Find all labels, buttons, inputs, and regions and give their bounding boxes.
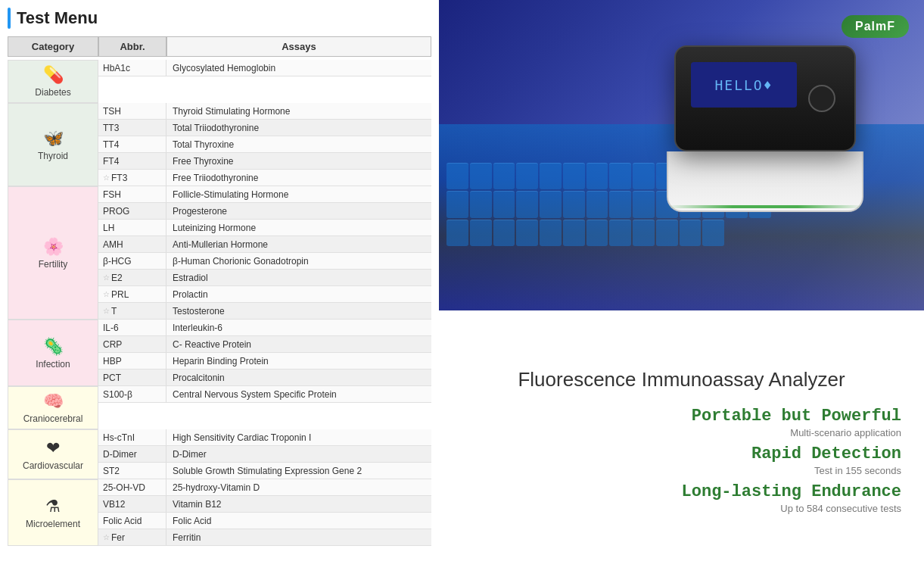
infection-rows: IL-6Interleukin-6CRPC- Reactive ProteinH… [98, 320, 431, 386]
table-row: CRPC- Reactive Protein [98, 336, 431, 353]
feature-row-portable: Portable but PowerfulMulti-scenario appl… [462, 407, 901, 438]
key [633, 220, 655, 246]
category-cell-craniocerebral: 🧠Craniocerebral [8, 386, 98, 429]
device-led [667, 205, 863, 208]
col-abbr-header: Abbr. [98, 36, 166, 57]
led-strip [667, 205, 863, 208]
abbr-cell: ☆ FT3 [98, 170, 166, 186]
star-icon: ☆ [103, 173, 110, 182]
category-cell-microelement: ⚗Microelement [8, 479, 98, 546]
abbr-cell: D-Dimer [98, 446, 166, 462]
key [493, 163, 515, 189]
assay-cell: Folic Acid [166, 513, 431, 529]
abbr-text: Fer [111, 532, 125, 543]
abbr-cell: TSH [98, 103, 166, 119]
category-section-microelement: ⚗Microelement25-OH-VD25-hydroxy-Vitamin … [8, 479, 431, 546]
assay-cell: C- Reactive Protein [166, 336, 431, 352]
feature-title-endurance: Long-lasting Endurance [462, 482, 901, 501]
abbr-header-cell: Abbr. [98, 36, 166, 57]
table-row: ☆ FerFerritin [98, 529, 431, 546]
left-panel: Test Menu Category Abbr. Assays 💊Diabete… [0, 0, 439, 577]
category-cell-cardiovascular: ❤Cardiovascular [8, 429, 98, 479]
key [609, 220, 631, 246]
abbr-cell: β-HCG [98, 253, 166, 269]
table-row: Folic AcidFolic Acid [98, 513, 431, 529]
craniocerebral-rows: S100-βCentral Nervous System Specific Pr… [98, 386, 431, 429]
assay-cell: Follicle-Stimulating Hormone [166, 186, 431, 202]
table-row: 25-OH-VD25-hydroxy-Vitamin D [98, 479, 431, 496]
assay-cell: Luteinizing Hormone [166, 220, 431, 235]
abbr-text: TT3 [103, 123, 119, 133]
assay-cell: Anti-Mullerian Hormone [166, 236, 431, 252]
assay-cell: D-Dimer [166, 446, 431, 462]
assay-cell: Total Triiodothyronine [166, 120, 431, 136]
assay-cell: 25-hydroxy-Vitamin D [166, 479, 431, 495]
table-row: TT4Total Thyroxine [98, 136, 431, 153]
diabetes-icon: 💊 [43, 65, 64, 85]
device-button [808, 85, 835, 112]
abbr-cell: ☆ T [98, 303, 166, 319]
table-row: TSHThyroid Stimulating Hormone [98, 103, 431, 120]
key [516, 163, 538, 189]
thyroid-rows: TSHThyroid Stimulating HormoneTT3Total T… [98, 103, 431, 186]
key [540, 163, 562, 189]
key [446, 220, 468, 246]
info-area: Fluorescence Immunoassay Analyzer Portab… [439, 310, 924, 577]
abbr-cell: LH [98, 220, 166, 235]
abbr-cell: PROG [98, 203, 166, 219]
table-row: ☆ FT3Free Triiodothyronine [98, 170, 431, 186]
key [563, 220, 585, 246]
abbr-text: LH [103, 223, 114, 233]
abbr-cell: 25-OH-VD [98, 479, 166, 495]
table-row: LHLuteinizing Hormone [98, 220, 431, 236]
key [633, 191, 655, 217]
assay-cell: High Sensitivity Cardiac Troponin I [166, 429, 431, 445]
table-row: ST2Soluble Growth Stimulating Expression… [98, 463, 431, 479]
key [470, 220, 492, 246]
abbr-text: TSH [103, 106, 121, 117]
craniocerebral-icon: 🧠 [43, 391, 64, 411]
table-row: ☆ E2Estradiol [98, 270, 431, 286]
assay-cell: Free Triiodothyronine [166, 170, 431, 186]
key [493, 191, 515, 217]
abbr-text: Folic Acid [103, 516, 142, 526]
abbr-text: HBP [103, 356, 122, 366]
abbr-cell: S100-β [98, 386, 166, 402]
key [540, 220, 562, 246]
table-row: HBPHeparin Binding Protein [98, 353, 431, 370]
diabetes-label: Diabetes [35, 87, 70, 98]
device-screen: HELLO♦ [691, 62, 797, 108]
fertility-label: Fertility [39, 259, 68, 270]
key [516, 191, 538, 217]
fertility-icon: 🌸 [43, 237, 64, 257]
abbr-text: IL-6 [103, 323, 119, 333]
assay-cell: Interleukin-6 [166, 320, 431, 335]
assay-cell: Central Nervous System Specific Protein [166, 386, 431, 402]
abbr-text: TT4 [103, 139, 119, 150]
abbr-text: FT4 [103, 156, 119, 167]
cardiovascular-icon: ❤ [46, 438, 60, 458]
category-section-diabetes: 💊DiabetesHbA1cGlycosylated Hemoglobin [8, 60, 431, 103]
key [586, 163, 608, 189]
feature-subtitle-rapid: Test in 155 seconds [462, 465, 901, 476]
assay-cell: Thyroid Stimulating Hormone [166, 103, 431, 119]
thyroid-label: Thyroid [38, 151, 68, 161]
category-cell-infection: 🦠Infection [8, 320, 98, 386]
abbr-cell: FT4 [98, 153, 166, 169]
craniocerebral-label: Craniocerebral [23, 413, 83, 424]
assay-cell: Soluble Growth Stimulating Expression Ge… [166, 463, 431, 479]
abbr-text: PRL [111, 289, 129, 300]
abbr-text: PROG [103, 206, 129, 217]
infection-label: Infection [36, 359, 70, 370]
category-section-fertility: 🌸FertilityFSHFollicle-Stimulating Hormon… [8, 186, 431, 320]
features-container: Portable but PowerfulMulti-scenario appl… [462, 407, 901, 520]
table-row: FT4Free Thyroxine [98, 153, 431, 170]
table-row: D-DimerD-Dimer [98, 446, 431, 463]
key [446, 191, 468, 217]
abbr-cell: PCT [98, 370, 166, 385]
abbr-text: HbA1c [103, 63, 130, 73]
key [586, 220, 608, 246]
microelement-label: Microelement [26, 519, 80, 529]
feature-subtitle-endurance: Up to 584 consecutive tests [462, 503, 901, 514]
microelement-rows: 25-OH-VD25-hydroxy-Vitamin DVB12Vitamin … [98, 479, 431, 546]
